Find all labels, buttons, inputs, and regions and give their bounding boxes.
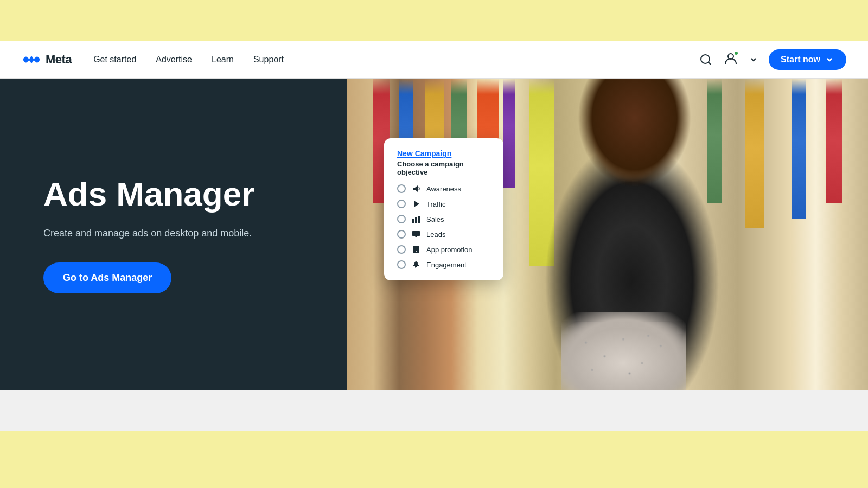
svg-rect-4 — [412, 219, 414, 223]
campaign-option-sales[interactable]: Sales — [397, 214, 490, 224]
traffic-label: Traffic — [426, 200, 445, 208]
radio-sales — [397, 215, 406, 223]
awareness-label: Awareness — [426, 185, 461, 193]
hero-title: Ads Manager — [43, 176, 304, 213]
logo-text: Meta — [46, 53, 72, 67]
start-now-chevron-icon — [825, 55, 834, 65]
campaign-card-subtitle: Choose a campaign objective — [397, 160, 490, 176]
sales-icon — [411, 214, 421, 224]
traffic-icon — [411, 199, 421, 209]
nav-support[interactable]: Support — [253, 55, 284, 65]
top-bar — [0, 0, 868, 41]
hero-section: Ads Manager Create and manage ads on des… — [0, 79, 868, 390]
radio-leads — [397, 230, 406, 239]
radio-engagement — [397, 260, 406, 269]
radio-awareness — [397, 184, 406, 193]
svg-point-0 — [701, 55, 710, 63]
navbar: Meta Get started Advertise Learn Support… — [0, 41, 868, 79]
svg-line-1 — [709, 62, 711, 64]
campaign-option-leads[interactable]: Leads — [397, 229, 490, 239]
campaign-option-engagement[interactable]: Engagement — [397, 260, 490, 269]
nav-right: Start now — [699, 49, 846, 70]
hero-right: New Campaign Choose a campaign objective… — [347, 79, 868, 390]
svg-rect-6 — [418, 216, 420, 223]
sales-label: Sales — [426, 215, 444, 223]
svg-marker-3 — [414, 201, 419, 207]
awareness-icon — [411, 184, 421, 194]
search-icon[interactable] — [699, 53, 712, 66]
start-now-label: Start now — [781, 55, 820, 65]
online-indicator — [733, 50, 739, 56]
meta-logo: Meta — [22, 53, 72, 67]
leads-label: Leads — [426, 230, 445, 239]
leads-icon — [411, 229, 421, 239]
user-icon-wrap[interactable] — [723, 51, 738, 68]
logo[interactable]: Meta — [22, 53, 72, 67]
engagement-label: Engagement — [426, 261, 467, 269]
app-promotion-icon — [411, 245, 421, 254]
go-to-ads-manager-button[interactable]: Go to Ads Manager — [43, 262, 171, 293]
nav-advertise[interactable]: Advertise — [156, 55, 192, 65]
svg-rect-5 — [415, 217, 417, 223]
hero-photo: New Campaign Choose a campaign objective… — [347, 79, 868, 390]
campaign-card: New Campaign Choose a campaign objective… — [384, 138, 503, 280]
radio-app-promotion — [397, 245, 406, 254]
app-promotion-label: App promotion — [426, 246, 473, 254]
user-menu-chevron-icon[interactable] — [749, 55, 758, 64]
campaign-option-traffic[interactable]: Traffic — [397, 199, 490, 209]
bottom-bar — [0, 390, 868, 431]
hero-left: Ads Manager Create and manage ads on des… — [0, 79, 347, 390]
hero-description: Create and manage ads on desktop and mob… — [43, 226, 304, 241]
campaign-option-awareness[interactable]: Awareness — [397, 184, 490, 194]
nav-get-started[interactable]: Get started — [93, 55, 136, 65]
radio-traffic — [397, 200, 406, 208]
campaign-card-title: New Campaign — [397, 149, 490, 158]
nav-learn[interactable]: Learn — [212, 55, 234, 65]
engagement-icon — [411, 260, 421, 269]
nav-links: Get started Advertise Learn Support — [93, 55, 699, 65]
start-now-button[interactable]: Start now — [769, 49, 846, 70]
campaign-option-app-promotion[interactable]: App promotion — [397, 245, 490, 254]
